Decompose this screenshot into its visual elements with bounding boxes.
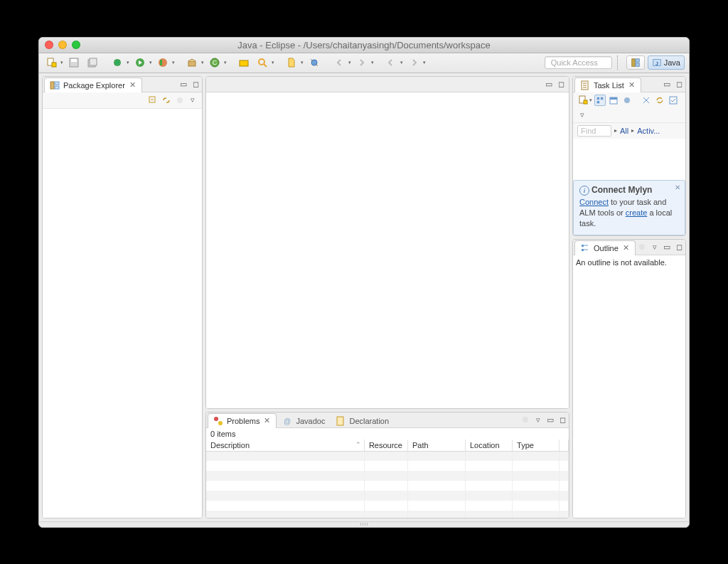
focus-task-icon[interactable] (520, 414, 531, 425)
declaration-tab[interactable]: Declaration (330, 413, 394, 428)
minimize-view-icon[interactable]: ▭ (662, 79, 672, 89)
col-extra[interactable] (559, 440, 568, 452)
status-bar (39, 521, 689, 527)
minimize-view-icon[interactable]: ▭ (662, 242, 672, 252)
col-location[interactable]: Location (465, 440, 512, 452)
perspective-label: Java (664, 58, 680, 67)
next-annotation-button[interactable] (354, 55, 370, 70)
task-list-body[interactable] (573, 139, 685, 180)
col-path[interactable]: Path (407, 440, 465, 452)
open-type-button[interactable] (236, 55, 252, 70)
quick-access-input[interactable]: Quick Access (545, 56, 612, 69)
maximize-editor-icon[interactable]: ◻ (556, 79, 566, 89)
table-row (206, 501, 569, 511)
package-explorer-title: Package Explorer (63, 81, 125, 90)
new-java-class-button[interactable]: C (207, 55, 223, 70)
declaration-icon (335, 415, 346, 427)
open-perspective-button[interactable] (626, 55, 645, 70)
maximize-view-icon[interactable]: ◻ (674, 242, 684, 252)
hide-completed-icon[interactable] (668, 95, 679, 106)
workbench: Package Explorer ✕ ▭ ◻ ▿ (39, 73, 689, 521)
previous-annotation-button[interactable] (331, 55, 347, 70)
create-link[interactable]: create (626, 208, 648, 217)
task-list-tab[interactable]: Task List ✕ (574, 78, 641, 92)
editor-body[interactable] (206, 92, 569, 408)
coverage-button[interactable] (155, 55, 171, 70)
svg-rect-10 (188, 61, 196, 66)
search-button[interactable] (255, 55, 270, 70)
close-tab-icon[interactable]: ✕ (621, 243, 631, 252)
connect-link[interactable]: Connect (579, 198, 609, 206)
scheduled-icon[interactable] (608, 95, 619, 106)
new-task-icon[interactable] (577, 95, 589, 106)
minimize-view-icon[interactable]: ▭ (545, 415, 555, 425)
maximize-view-icon[interactable]: ◻ (674, 79, 684, 89)
collapse-all-icon[interactable] (147, 95, 159, 106)
save-all-button[interactable] (85, 55, 100, 70)
status-grip-icon[interactable] (360, 523, 368, 526)
close-tab-icon[interactable]: ✕ (627, 80, 636, 90)
outline-icon (579, 243, 591, 254)
svg-point-25 (177, 97, 183, 103)
activate-filter-link[interactable]: Activ... (637, 127, 660, 135)
col-type[interactable]: Type (513, 440, 560, 452)
outline-body[interactable]: An outline is not available. (573, 255, 685, 518)
javadoc-tab[interactable]: @ Javadoc (277, 413, 330, 428)
task-list-view: Task List ✕ ▭ ◻ ▾ (572, 76, 686, 236)
svg-rect-1 (52, 63, 56, 67)
toggle-mark-button[interactable] (284, 55, 299, 70)
all-filter-link[interactable]: All (620, 127, 628, 135)
synchronize-icon[interactable] (654, 95, 665, 106)
col-description[interactable]: Description⌃ (206, 440, 364, 452)
link-with-editor-icon[interactable] (161, 95, 172, 106)
outline-tab[interactable]: Outline ✕ (574, 240, 636, 255)
svg-rect-3 (71, 59, 77, 62)
focus-task-icon[interactable] (174, 95, 186, 106)
table-row (206, 491, 569, 501)
save-button[interactable] (66, 55, 82, 70)
back-button[interactable] (383, 55, 399, 70)
skip-breakpoints-button[interactable] (306, 55, 322, 70)
find-task-input[interactable]: Find (577, 125, 611, 137)
svg-rect-23 (55, 86, 59, 89)
minimize-editor-icon[interactable]: ▭ (544, 79, 554, 89)
focus-workweek-icon[interactable] (621, 95, 633, 106)
close-tab-icon[interactable]: ✕ (128, 80, 137, 90)
svg-rect-22 (55, 82, 59, 85)
close-tab-icon[interactable]: ✕ (262, 416, 272, 425)
view-menu-icon[interactable]: ▿ (577, 110, 587, 120)
java-perspective-button[interactable]: J Java (648, 55, 685, 70)
package-explorer-tab[interactable]: Package Explorer ✕ (44, 78, 142, 92)
problems-icon (213, 415, 224, 427)
forward-button[interactable] (406, 55, 422, 70)
svg-point-27 (218, 421, 223, 425)
main-toolbar: ▾ ▾ ▾ ▾ ▾ C▾ ▾ ▾ ▾ ▾ ▾ ▾ Quick Access J … (39, 53, 689, 73)
maximize-view-icon[interactable]: ◻ (557, 415, 567, 425)
debug-button[interactable] (109, 55, 125, 70)
run-button[interactable] (132, 55, 148, 70)
svg-rect-34 (597, 97, 600, 100)
col-resource[interactable]: Resource (364, 440, 407, 452)
outline-title: Outline (594, 244, 619, 252)
categorized-icon[interactable] (594, 95, 606, 106)
new-java-package-button[interactable] (184, 55, 200, 70)
collapse-all-icon[interactable] (641, 95, 652, 106)
svg-rect-41 (582, 245, 584, 247)
svg-rect-13 (240, 60, 248, 66)
svg-rect-9 (160, 60, 162, 65)
minimize-view-icon[interactable]: ▭ (178, 79, 188, 89)
focus-task-icon[interactable] (636, 241, 648, 252)
new-button[interactable] (43, 55, 59, 70)
svg-point-26 (214, 417, 218, 421)
table-row (206, 481, 569, 491)
javadoc-icon: @ (282, 415, 293, 427)
declaration-tab-label: Declaration (349, 417, 389, 425)
close-banner-icon[interactable]: ✕ (675, 183, 680, 191)
problems-tab[interactable]: Problems ✕ (208, 413, 277, 428)
view-menu-icon[interactable]: ▿ (533, 415, 543, 425)
view-menu-icon[interactable]: ▿ (188, 95, 198, 105)
package-explorer-body[interactable] (43, 109, 202, 518)
view-menu-icon[interactable]: ▿ (650, 242, 660, 252)
maximize-view-icon[interactable]: ◻ (191, 79, 200, 89)
package-explorer-icon (49, 80, 60, 91)
